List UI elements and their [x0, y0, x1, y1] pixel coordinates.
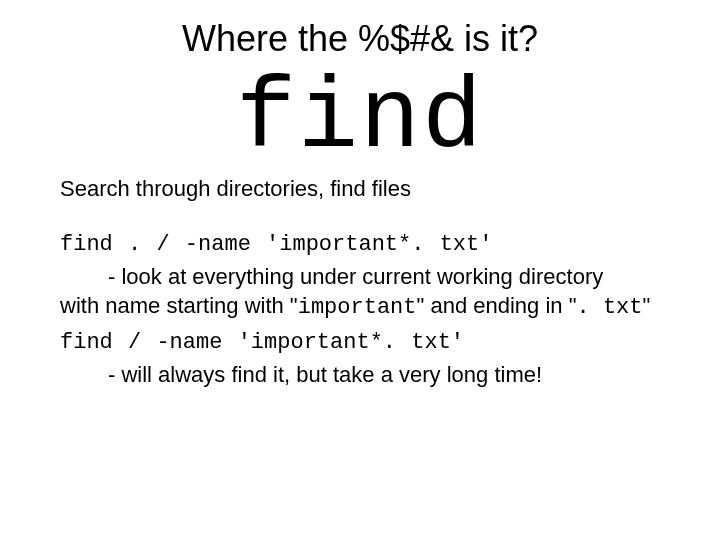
example-1-desc-line2-mono2: . txt: [576, 295, 642, 320]
slide-title: Where the %$#& is it?: [60, 18, 660, 60]
example-1-desc: - look at everything under current worki…: [60, 263, 660, 322]
subtitle: Search through directories, find files: [60, 176, 660, 202]
slide: Where the %$#& is it? find Search throug…: [0, 0, 720, 390]
example-2-command: find / -name 'important*. txt': [60, 330, 660, 355]
example-1-desc-line2-pre: with name starting with ": [60, 293, 298, 318]
command-name: find: [60, 70, 660, 170]
example-1-command: find . / -name 'important*. txt': [60, 232, 660, 257]
example-2-desc-text: - will always find it, but take a very l…: [60, 361, 660, 390]
example-1-desc-line2-mid: " and ending in ": [417, 293, 577, 318]
example-2-desc: - will always find it, but take a very l…: [60, 361, 660, 390]
example-1-desc-line1: - look at everything under current worki…: [60, 263, 660, 292]
example-1-desc-line2-mono1: important: [298, 295, 417, 320]
example-1-desc-line2-post: ": [643, 293, 651, 318]
